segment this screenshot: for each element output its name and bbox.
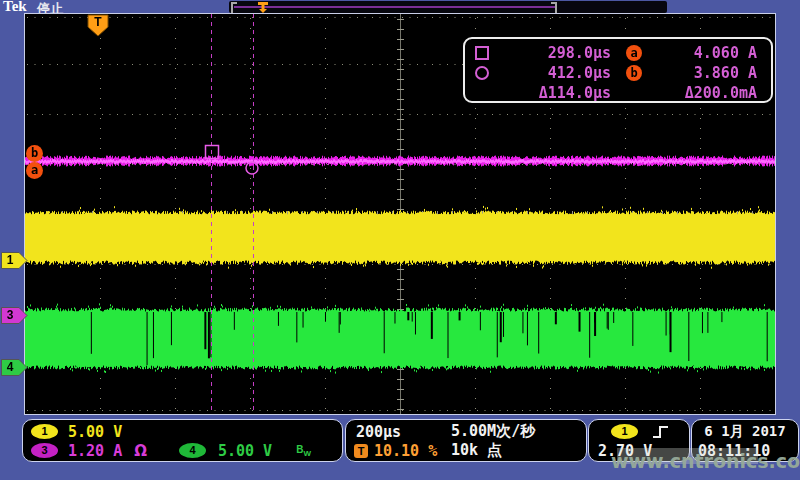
record-length: 10k 点: [451, 441, 502, 460]
channel-scale-panel[interactable]: 1 5.00 V 3 1.20 A Ω 4 5.00 V BW: [22, 419, 343, 462]
oscilloscope-screenshot: { "titlebar": { "brand": "Tek", "status"…: [0, 0, 800, 480]
horizontal-acquisition-panel[interactable]: 200µs 5.00M次/秒 T 10.10 % 10k 点: [345, 419, 587, 462]
date-value: 6 1月 2017: [704, 423, 785, 441]
record-trigger-marker-icon: [257, 1, 269, 13]
cursor-a-level-marker: a: [26, 162, 43, 179]
trigger-position-percent: 10.10 %: [374, 442, 437, 460]
ch4-badge[interactable]: 4: [179, 443, 206, 458]
watermark: www.cntronics.com: [611, 450, 800, 472]
trigger-slope-rising-icon: [652, 424, 669, 440]
ch1-zero-marker-label: 1: [7, 253, 14, 267]
ch4-scale: 5.00 V: [218, 442, 272, 460]
cursor-a-badge: a: [626, 45, 642, 61]
cursor-a-value: 4.060 A: [657, 44, 757, 62]
trigger-position-badge: T: [354, 444, 368, 458]
cursor-b-value: 3.860 A: [657, 64, 757, 82]
trigger-source-badge[interactable]: 1: [611, 424, 638, 439]
ch3-zero-marker[interactable]: 3: [1, 307, 28, 324]
ch4-zero-marker[interactable]: 4: [1, 359, 28, 376]
trigger-marker-letter: T: [94, 15, 102, 29]
cursor-delta-time: Δ114.0µs: [499, 84, 611, 102]
ch1-scale: 5.00 V: [68, 423, 122, 441]
cursor1-time: 298.0µs: [499, 44, 611, 62]
cursor-b-badge: b: [626, 65, 642, 81]
ch1-zero-marker[interactable]: 1: [1, 252, 28, 269]
trigger-position-marker[interactable]: T: [87, 14, 109, 37]
cursor2-circle-symbol: [475, 66, 489, 80]
timebase-value: 200µs: [356, 423, 401, 441]
sample-rate: 5.00M次/秒: [451, 422, 535, 441]
cursor-delta-value: Δ200.0mA: [657, 84, 757, 102]
ch3-coupling-ohm: Ω: [134, 442, 147, 460]
ch3-badge[interactable]: 3: [31, 443, 58, 458]
cursor2-time: 412.0µs: [499, 64, 611, 82]
record-waveform-line: [234, 6, 556, 8]
cursor1-square-symbol: [475, 46, 489, 60]
cursor-b-level-marker: b: [26, 145, 43, 162]
ch3-scale: 1.20 A: [68, 442, 122, 460]
record-view-strip: [229, 1, 667, 13]
ch1-badge[interactable]: 1: [31, 424, 58, 439]
tek-logo: Tek: [3, 0, 27, 15]
ch4-bandwidth-icon: BW: [296, 444, 311, 458]
ch3-zero-marker-label: 3: [7, 308, 14, 322]
ch4-zero-marker-label: 4: [7, 360, 14, 374]
cursor-readout-panel[interactable]: 298.0µs a 4.060 A 412.0µs b 3.860 A Δ114…: [463, 37, 773, 103]
